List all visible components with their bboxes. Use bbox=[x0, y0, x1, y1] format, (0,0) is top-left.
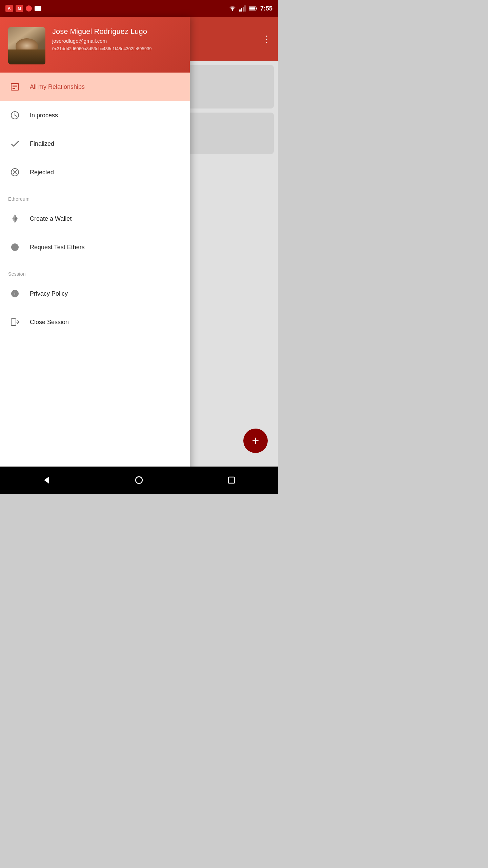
ethereum-icon bbox=[8, 212, 22, 225]
record-icon bbox=[26, 5, 32, 12]
back-button[interactable] bbox=[38, 472, 55, 489]
sidebar-item-label: Close Session bbox=[30, 319, 69, 326]
session-section-label: Session bbox=[0, 264, 190, 279]
sidebar-item-label: Request Test Ethers bbox=[30, 244, 85, 251]
x-circle-icon bbox=[8, 165, 22, 179]
clock-icon bbox=[8, 108, 22, 122]
svg-point-0 bbox=[232, 10, 233, 11]
svg-rect-31 bbox=[228, 477, 235, 483]
signal-icon bbox=[239, 5, 246, 12]
list-icon bbox=[8, 80, 22, 94]
circle-icon bbox=[8, 240, 22, 254]
sidebar-item-rejected[interactable]: Rejected bbox=[0, 158, 190, 186]
svg-rect-27 bbox=[11, 319, 16, 326]
svg-point-30 bbox=[136, 477, 142, 484]
check-icon bbox=[8, 137, 22, 151]
navigation-drawer: Jose Miguel Rodríguez Lugo joserodlugo@g… bbox=[0, 17, 190, 494]
notification-a-icon: A bbox=[5, 5, 13, 12]
drawer-overlay: Jose Miguel Rodríguez Lugo joserodlugo@g… bbox=[0, 17, 278, 494]
sidebar-item-in-process[interactable]: In process bbox=[0, 101, 190, 130]
user-name: Jose Miguel Rodríguez Lugo bbox=[52, 27, 182, 36]
svg-rect-2 bbox=[241, 8, 242, 12]
navigation-bar bbox=[0, 467, 278, 494]
gmail-icon: M bbox=[16, 5, 23, 12]
sidebar-item-label: In process bbox=[30, 112, 58, 119]
divider bbox=[0, 263, 190, 263]
sidebar-item-finalized[interactable]: Finalized bbox=[0, 130, 190, 158]
ethereum-section-label: Ethereum bbox=[0, 190, 190, 204]
svg-text:i: i bbox=[14, 291, 16, 296]
divider bbox=[0, 188, 190, 188]
recent-apps-button[interactable] bbox=[223, 472, 240, 489]
menu-bar-icon bbox=[35, 6, 41, 11]
status-bar-left-icons: A M bbox=[5, 5, 41, 12]
exit-icon bbox=[8, 315, 22, 329]
sidebar-item-request-test-ethers[interactable]: Request Test Ethers bbox=[0, 233, 190, 261]
sidebar-item-label: All my Relationships bbox=[30, 83, 85, 91]
svg-rect-3 bbox=[243, 7, 244, 12]
battery-icon bbox=[249, 6, 258, 11]
svg-rect-7 bbox=[256, 8, 257, 9]
svg-marker-29 bbox=[44, 477, 49, 484]
sidebar-item-label: Finalized bbox=[30, 140, 54, 147]
svg-line-14 bbox=[15, 115, 17, 116]
drawer-header: Jose Miguel Rodríguez Lugo joserodlugo@g… bbox=[0, 17, 190, 73]
svg-rect-1 bbox=[239, 9, 241, 12]
sidebar-item-close-session[interactable]: Close Session bbox=[0, 308, 190, 336]
home-button[interactable] bbox=[130, 472, 147, 489]
sidebar-item-privacy-policy[interactable]: i Privacy Policy bbox=[0, 279, 190, 308]
svg-point-24 bbox=[11, 243, 19, 251]
user-address: 0x31dd42d6060a8d53cbc436c1f48e4302fe8959… bbox=[52, 46, 182, 52]
sidebar-item-label: Create a Wallet bbox=[30, 215, 72, 222]
avatar bbox=[8, 27, 45, 64]
status-bar: A M 7:55 bbox=[0, 0, 278, 17]
drawer-menu: All my Relationships In process bbox=[0, 73, 190, 494]
user-info: Jose Miguel Rodríguez Lugo joserodlugo@g… bbox=[52, 27, 182, 52]
sidebar-item-create-wallet[interactable]: Create a Wallet bbox=[0, 204, 190, 233]
user-email: joserodlugo@gmail.com bbox=[52, 38, 182, 44]
status-bar-right-icons: 7:55 bbox=[228, 5, 272, 12]
info-icon: i bbox=[8, 287, 22, 300]
svg-rect-6 bbox=[249, 7, 255, 10]
time-display: 7:55 bbox=[260, 5, 272, 12]
svg-rect-4 bbox=[244, 5, 246, 12]
sidebar-item-all-relationships[interactable]: All my Relationships bbox=[0, 73, 190, 101]
sidebar-item-label: Rejected bbox=[30, 169, 54, 176]
wifi-icon bbox=[228, 5, 237, 12]
sidebar-item-label: Privacy Policy bbox=[30, 290, 68, 297]
avatar-image bbox=[8, 27, 45, 64]
